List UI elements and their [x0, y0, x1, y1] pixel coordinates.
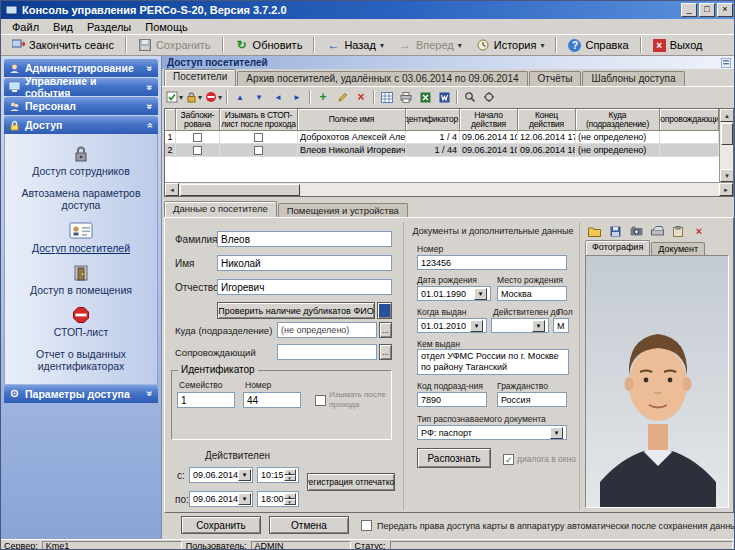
header-end[interactable]: Конец действия	[518, 109, 576, 131]
family-input[interactable]: 1	[177, 392, 235, 408]
header-department[interactable]: Куда (подразделение)	[576, 109, 660, 131]
sidebar-section-access[interactable]: Доступ »	[4, 116, 158, 134]
maximize-button[interactable]: □	[699, 3, 715, 17]
header-identifier[interactable]: Идентификатор	[406, 109, 460, 131]
sidebar-item-stop-list[interactable]: СТОП-лист	[7, 301, 155, 343]
withdraw-cell[interactable]	[220, 131, 298, 144]
sidebar-item-employee-access[interactable]: Доступ сотрудников	[7, 140, 155, 182]
header-full-name[interactable]: Полное имя	[298, 109, 406, 131]
header-row-number[interactable]	[165, 109, 176, 131]
withdraw-cell[interactable]	[220, 144, 298, 157]
menu-file[interactable]: Файл	[5, 21, 46, 33]
header-blocked[interactable]: Заблоки- рована	[176, 109, 220, 131]
department-browse-button[interactable]: ...	[379, 322, 392, 338]
birth-place-input[interactable]: Москва	[497, 286, 567, 301]
table-vertical-scrollbar[interactable]: ▲ ▼	[719, 109, 733, 182]
tab-visitor-data[interactable]: Данные о посетителе	[164, 201, 277, 218]
header-start[interactable]: Начало действия	[460, 109, 518, 131]
block-card-button[interactable]: ▾	[165, 88, 184, 106]
tab-reports[interactable]: Отчёты	[529, 71, 582, 86]
spin-down-icon[interactable]: ▼	[284, 499, 296, 505]
spin-down-icon[interactable]: ▼	[284, 475, 296, 481]
blocked-cell[interactable]	[176, 131, 220, 144]
valid-from-time[interactable]: 10:15▲▼	[257, 467, 299, 483]
sidebar-section-management-events[interactable]: Управление и события »	[4, 78, 158, 96]
col-right-button[interactable]: ►	[288, 88, 306, 106]
tab-visitors[interactable]: Посетители	[164, 69, 236, 86]
dialog-window-checkbox[interactable]	[503, 454, 514, 465]
delete-visitor-button[interactable]: ×	[352, 88, 370, 106]
history-button[interactable]: История ▾	[470, 35, 551, 55]
issued-date-input[interactable]: 01.01.2010▾	[417, 318, 487, 333]
export-excel-button[interactable]	[416, 88, 434, 106]
birth-date-input[interactable]: 01.01.1990▾	[417, 286, 491, 301]
scroll-down-icon[interactable]: ▼	[720, 169, 734, 182]
withdraw-checkbox[interactable]	[254, 146, 263, 155]
load-photo-button[interactable]	[585, 222, 603, 240]
col-left-button[interactable]: ◄	[269, 88, 287, 106]
calendar-dropdown-icon[interactable]: ▾	[238, 469, 251, 481]
sidebar-item-issued-identifiers-report[interactable]: Отчет о выданных идентификаторах	[7, 343, 155, 377]
cancel-button[interactable]: Отмена	[269, 516, 349, 534]
menu-sections[interactable]: Разделы	[80, 21, 138, 33]
export-word-button[interactable]	[435, 88, 453, 106]
refresh-button[interactable]: ↻ Обновить	[229, 35, 309, 55]
sidebar-item-room-access[interactable]: Доступ в помещения	[7, 259, 155, 301]
section-menu-icon[interactable]	[721, 58, 731, 68]
row-down-button[interactable]: ▼	[250, 88, 268, 106]
doc-number-input[interactable]: 123456	[417, 255, 567, 270]
surname-input[interactable]: Влеов	[217, 231, 392, 247]
row-up-button[interactable]: ▲	[231, 88, 249, 106]
minimize-button[interactable]: _	[681, 3, 697, 17]
grid-settings-button[interactable]	[480, 88, 498, 106]
tab-rooms-devices[interactable]: Помещения и устройства	[278, 203, 408, 218]
tab-document[interactable]: Документ	[651, 242, 705, 255]
scroll-right-icon[interactable]: ►	[719, 183, 733, 196]
help-button[interactable]: ? Справка	[562, 35, 634, 55]
scroll-left-icon[interactable]: ◄	[165, 183, 179, 196]
print-button[interactable]	[397, 88, 415, 106]
valid-to-time[interactable]: 18:00▲▼	[257, 491, 299, 507]
menu-help[interactable]: Помощь	[138, 21, 195, 33]
number-input[interactable]: 44	[243, 392, 301, 408]
blocked-cell[interactable]	[176, 144, 220, 157]
search-button[interactable]	[461, 88, 479, 106]
stoplist-button[interactable]: ▾	[204, 88, 223, 106]
calendar-dropdown-icon[interactable]: ▾	[474, 288, 487, 300]
check-duplicates-extra-button[interactable]	[377, 302, 392, 319]
delete-photo-button[interactable]: ×	[690, 222, 708, 240]
history-dropdown-icon[interactable]: ▾	[540, 41, 544, 50]
blocked-checkbox[interactable]	[193, 133, 202, 142]
header-withdraw-stoplist[interactable]: Изымать в СТОП-лист после прохода	[220, 109, 298, 131]
table-row[interactable]: 1 Доброхотов Алексей Алексеевич 1 / 4 09…	[165, 131, 733, 144]
citizenship-input[interactable]: Россия	[497, 392, 567, 407]
sidebar-section-personnel[interactable]: Персонал »	[4, 97, 158, 115]
withdraw-checkbox[interactable]	[254, 133, 263, 142]
edit-visitor-button[interactable]	[333, 88, 351, 106]
valid-until-input[interactable]: ▾	[491, 318, 549, 333]
withdraw-after-pass-checkbox[interactable]	[315, 395, 326, 406]
scroll-up-icon[interactable]: ▲	[720, 109, 734, 122]
menu-view[interactable]: Вид	[46, 21, 80, 33]
doc-type-select[interactable]: РФ: паспорт▾	[417, 425, 567, 440]
save-visitor-button[interactable]: Сохранить	[181, 516, 261, 534]
calendar-dropdown-icon[interactable]: ▾	[532, 320, 545, 332]
scroll-thumb[interactable]	[721, 123, 733, 145]
valid-from-date[interactable]: 09.06.2014▾	[189, 467, 253, 483]
calendar-dropdown-icon[interactable]: ▾	[238, 493, 251, 505]
back-dropdown-icon[interactable]: ▾	[380, 41, 384, 50]
sidebar-item-visitor-access[interactable]: Доступ посетителей	[7, 216, 155, 259]
camera-button[interactable]	[627, 222, 645, 240]
fingerprint-registration-button[interactable]: Регистрация отпечатков	[307, 473, 395, 491]
scroll-thumb[interactable]	[180, 184, 300, 196]
forward-button[interactable]: → Вперед ▾	[392, 35, 468, 55]
sidebar-item-auto-replace[interactable]: Автозамена параметров доступа	[7, 182, 155, 216]
blocked-checkbox[interactable]	[193, 146, 202, 155]
header-escort[interactable]: Сопровождающий	[660, 109, 719, 131]
paste-photo-button[interactable]	[669, 222, 687, 240]
chevron-down-icon[interactable]: ▾	[550, 427, 563, 439]
save-photo-button[interactable]	[606, 222, 624, 240]
tab-photo[interactable]: Фотография	[585, 240, 650, 255]
department-input[interactable]: (не определено)	[277, 322, 377, 338]
gender-input[interactable]: М	[553, 318, 569, 333]
